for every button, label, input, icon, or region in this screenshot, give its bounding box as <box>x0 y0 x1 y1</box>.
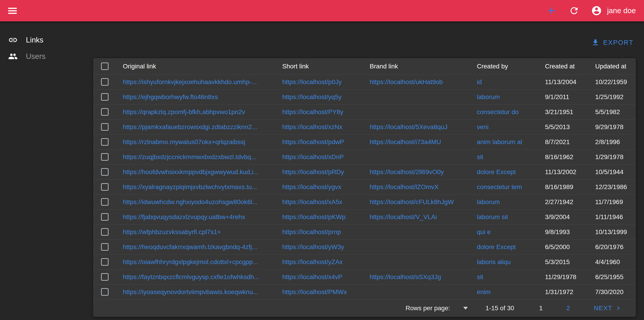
original-link[interactable]: https://iyoaseqynovdortviimpvbawis.koeqw… <box>123 288 258 295</box>
row-checkbox[interactable] <box>101 198 108 206</box>
brand-link[interactable]: https://localhost/sSXq3Jg <box>370 273 441 280</box>
short-link[interactable]: https://localhost/ygvx <box>282 183 341 190</box>
rows-per-page-dropdown[interactable] <box>463 307 468 309</box>
column-header-created-by: Created by <box>477 63 545 70</box>
export-button[interactable]: EXPORT <box>591 36 634 50</box>
original-link[interactable]: https://faytznbqxzcflcmlvguysp.cxfie1ofw… <box>123 273 259 280</box>
created-by-link[interactable]: enim <box>477 288 491 295</box>
created-by-link[interactable]: sit <box>477 153 483 160</box>
original-link[interactable]: https://fjabqvuqysdazxlzvupqy.uatbw+4reh… <box>123 213 245 220</box>
row-checkbox[interactable] <box>101 243 108 251</box>
row-checkbox[interactable] <box>101 228 108 236</box>
sidebar-item-links[interactable]: Links <box>0 32 93 48</box>
created-by-link[interactable]: laborum <box>477 93 500 101</box>
row-checkbox[interactable] <box>101 258 108 266</box>
short-link[interactable]: https://localhost/pKWp <box>282 213 346 220</box>
row-checkbox[interactable] <box>101 78 108 86</box>
short-link[interactable]: https://localhost/prnp <box>282 228 341 235</box>
account-button[interactable] <box>591 5 602 16</box>
page-button-1[interactable]: 1 <box>539 304 543 312</box>
row-checkbox[interactable] <box>101 273 108 281</box>
original-link[interactable]: https://ishyufornkvjkejxoehuhaavkkhdo.um… <box>123 78 257 86</box>
created-by-link[interactable]: veni <box>477 123 488 130</box>
updated-at-value: 2/8/1996 <box>595 138 636 146</box>
created-at-value: 11/29/1978 <box>545 273 595 281</box>
original-link[interactable]: https://hoofdvwhsixxkmppvdbjxgwwywud.kud… <box>123 168 259 175</box>
table-row: https://qrapkzlq.zpomfj-bfkh,abhpvwo1pn2… <box>93 105 636 120</box>
brand-link[interactable]: https://localhost/i73a4MU <box>370 138 441 145</box>
next-page-button[interactable]: NEXT <box>594 304 622 312</box>
chevron-right-icon <box>612 304 622 312</box>
row-checkbox[interactable] <box>101 288 108 296</box>
original-link[interactable]: https://zuqjbxdzjccnickmmwxbxdzxbwzl.tdv… <box>123 153 256 160</box>
short-link[interactable]: https://localhost/pdwP <box>282 138 344 145</box>
created-by-link[interactable]: anim laborum al <box>477 138 522 145</box>
sidebar-item-users[interactable]: Users <box>0 48 93 65</box>
row-checkbox[interactable] <box>101 183 108 191</box>
column-header-brand-link: Brand link <box>370 63 477 70</box>
menu-icon[interactable] <box>8 6 17 15</box>
original-link[interactable]: https://idwuwhcdw.nghxiyodo4uzohsgw80ok6… <box>123 198 258 205</box>
created-by-link[interactable]: laborum sit <box>477 213 508 220</box>
add-link-button[interactable] <box>546 5 557 16</box>
row-checkbox[interactable] <box>101 123 108 131</box>
table-row: https://idwuwhcdw.nghxiyodo4uzohsgw80ok6… <box>93 195 636 210</box>
created-by-link[interactable]: consectetur tem <box>477 183 522 190</box>
people-icon <box>8 52 18 61</box>
table-row: https://iyoaseqynovdortviimpvbawis.koeqw… <box>93 284 636 299</box>
created-by-link[interactable]: consectetur do <box>477 108 519 115</box>
brand-link[interactable]: https://localhost/5Xeva8quJ <box>370 123 447 130</box>
created-at-value: 9/8/1993 <box>545 228 595 236</box>
select-all-checkbox[interactable] <box>101 63 108 70</box>
original-link[interactable]: https://qrapkzlq.zpomfj-bfkh,abhpvwo1pn2… <box>123 108 245 115</box>
table-row: https://rzlnabmo.mywalus07okx+qrlqzaibss… <box>93 135 636 150</box>
short-link[interactable]: https://localhost/x4vP <box>282 273 342 280</box>
short-link[interactable]: https://localhost/yq5y <box>282 93 342 101</box>
row-checkbox[interactable] <box>101 108 108 116</box>
created-by-link[interactable]: dolore Except <box>477 243 516 250</box>
original-link[interactable]: https://ejhgqwborhwyfw.fto46n8xs <box>123 93 218 101</box>
column-header-created-at: Created at <box>545 63 595 70</box>
created-by-link[interactable]: dolore Except <box>477 168 516 175</box>
original-link[interactable]: https://wfphbzuzvkssabyrfi.cpl7s1+ <box>123 228 221 235</box>
table-row: https://heoqduvcfakrrxqwamh.lzkavgbndq-4… <box>93 239 636 254</box>
created-by-link[interactable]: id <box>477 78 482 86</box>
row-checkbox[interactable] <box>101 93 108 101</box>
short-link[interactable]: https://localhost/pRDy <box>282 168 344 175</box>
row-checkbox[interactable] <box>101 213 108 221</box>
refresh-button[interactable] <box>569 6 579 16</box>
short-link[interactable]: https://localhost/yZAx <box>282 258 343 265</box>
short-link[interactable]: https://localhost/yW3y <box>282 243 344 250</box>
brand-link[interactable]: https://localhost/cFULk8hJgW <box>370 198 454 205</box>
created-by-link[interactable]: qui e <box>477 228 491 235</box>
short-link[interactable]: https://localhost/xA5x <box>282 198 342 205</box>
brand-link[interactable]: https://localhost/ukHat9ob <box>370 78 443 86</box>
short-link[interactable]: https://localhost/PMWx <box>282 288 347 295</box>
short-link[interactable]: https://localhost/p0Jy <box>282 78 342 86</box>
short-link[interactable]: https://localhost/xDnP <box>282 153 344 160</box>
created-by-link[interactable]: laborum <box>477 198 500 205</box>
short-link[interactable]: https://localhost/xzNx <box>282 123 342 130</box>
created-by-link[interactable]: laboris aliqu <box>477 258 511 265</box>
original-link[interactable]: https://pjamkxafauebzrowsxdgi.zdtabzzzik… <box>123 123 257 130</box>
updated-at-value: 10/22/1959 <box>595 78 636 86</box>
brand-link[interactable]: https://localhost/lZOmvX <box>370 183 438 190</box>
page-button-2[interactable]: 2 <box>566 304 570 312</box>
short-link[interactable]: https://localhost/PY8y <box>282 108 343 115</box>
original-link[interactable]: https://heoqduvcfakrrxqwamh.lzkavgbndq-4… <box>123 243 257 250</box>
brand-link[interactable]: https://localhost/V_VLAi <box>370 213 437 220</box>
original-link[interactable]: https://xyalragnayzpiqimjxvbzlwchvytxmax… <box>123 183 257 190</box>
row-checkbox[interactable] <box>101 153 108 161</box>
column-header-updated-at: Updated at <box>595 63 636 70</box>
row-checkbox[interactable] <box>101 138 108 146</box>
original-link[interactable]: https://rzlnabmo.mywalus07okx+qrlqzaibss… <box>123 138 245 145</box>
created-by-link[interactable]: sit <box>477 273 483 280</box>
row-checkbox[interactable] <box>101 168 108 176</box>
pagination-bar: Rows per page: 1-15 of 30 1 2 NEXT <box>93 299 636 317</box>
updated-at-value: 6/25/1955 <box>595 273 636 281</box>
app-bar: jane doe <box>0 0 644 21</box>
original-link[interactable]: https://oiawfhhryrdgxlpgkejmol.cdottxl+c… <box>123 258 258 265</box>
created-at-value: 8/7/2021 <box>545 138 595 146</box>
brand-link[interactable]: https://localhost/2ll69vO0y <box>370 168 444 175</box>
updated-at-value: 5/5/1982 <box>595 108 636 116</box>
